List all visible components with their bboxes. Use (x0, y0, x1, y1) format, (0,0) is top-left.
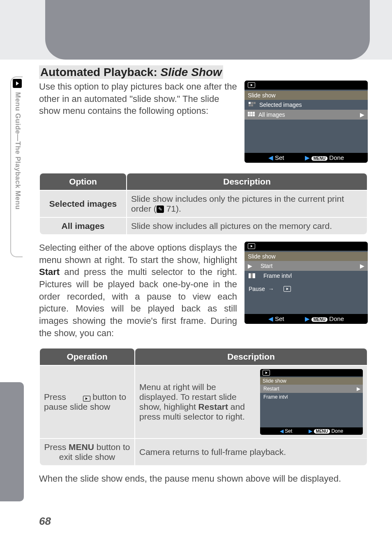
screen-title: Slide show (244, 252, 368, 261)
screen-row-start: Start (261, 263, 273, 269)
options-table-header-option: Option (40, 173, 126, 190)
operation-pause: Press button to pause slide show (40, 366, 134, 438)
nav-right-icon: MENU Done (305, 315, 344, 323)
section-heading: Automated Playback: Slide Show (39, 66, 368, 79)
side-tab-label: Menu Guide—The Playback Menu (14, 92, 22, 210)
page-header-background (0, 0, 392, 60)
screen-row-all: All images (258, 111, 285, 118)
mini-title: Slide show (260, 377, 363, 385)
mini-row-restart: Restart (263, 386, 279, 392)
all-images-icon (248, 112, 255, 118)
camera-screen-pause-menu: Slide show Restart Frame intvl Set MENU … (260, 369, 363, 435)
footer-note: When the slide show ends, the pause menu… (39, 473, 368, 484)
play-icon (284, 286, 291, 292)
nav-left-icon: Set (268, 315, 284, 323)
operation-exit-desc: Camera returns to full-frame playback. (135, 439, 367, 465)
option-all-images-desc: Slide show includes all pictures on the … (127, 218, 367, 234)
playback-icon (13, 79, 22, 88)
operation-exit: Press MENU button to exit slide show (40, 439, 134, 465)
reference-icon: ✎ (157, 205, 164, 213)
camera-screen-slideshow-menu: Slide show Selected images All images▶ S… (244, 81, 368, 163)
intro-text: Use this option to play pictures back on… (39, 81, 237, 163)
page-number: 68 (39, 515, 51, 528)
playback-mode-icon (248, 243, 255, 249)
options-table-header-description: Description (127, 173, 367, 190)
page-content: Automated Playback: Slide Show Use this … (39, 66, 368, 484)
play-button-icon (83, 396, 90, 402)
option-selected-images: Selected images (40, 191, 126, 217)
pause-label: Pause (249, 286, 265, 292)
option-selected-images-desc: Slide show includes only the pictures in… (127, 191, 367, 217)
left-gutter-bar (0, 382, 24, 501)
mini-row-interval: Frame intvl (263, 394, 288, 400)
camera-screen-start-menu: Slide show ▶ Start▶ Frame intvl Pause → … (244, 242, 368, 324)
option-all-images: All images (40, 218, 126, 234)
options-table: Option Description Selected images Slide… (39, 173, 368, 235)
operations-table: Operation Description Press button to pa… (39, 348, 368, 466)
playback-mode-icon (263, 370, 270, 376)
operations-header-description: Description (135, 348, 367, 365)
nav-left-icon: Set (268, 154, 284, 162)
selected-images-icon (249, 102, 256, 108)
playback-mode-icon (248, 82, 255, 88)
operation-pause-desc: Menu at right will be displayed. To rest… (135, 366, 367, 438)
screen-title: Slide show (244, 91, 368, 100)
operations-header-operation: Operation (40, 348, 134, 365)
start-instructions: Selecting either of the above options di… (39, 242, 237, 339)
screen-row-selected: Selected images (259, 102, 302, 108)
nav-right-icon: MENU Done (305, 154, 344, 162)
screen-row-interval: Frame intvl (263, 272, 292, 279)
